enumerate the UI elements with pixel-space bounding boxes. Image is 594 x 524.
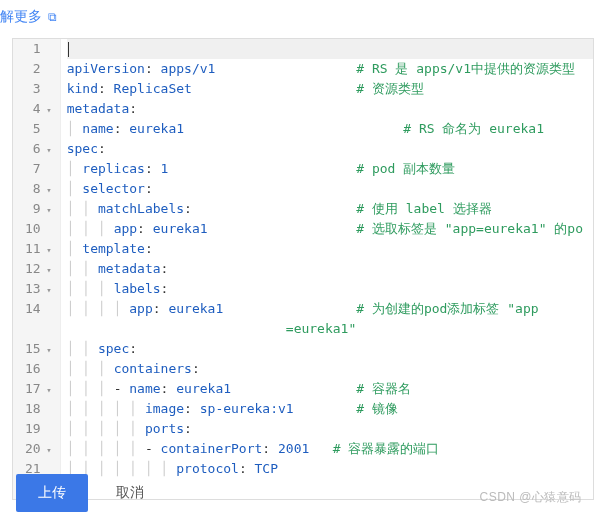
- line-number: 11▾: [25, 239, 52, 259]
- line-number: 4▾: [25, 99, 52, 119]
- code-line[interactable]: apiVersion: apps/v1 # RS 是 apps/v1中提供的资源…: [67, 59, 593, 79]
- line-number: 8▾: [25, 179, 52, 199]
- line-number: 19: [25, 419, 52, 439]
- code-line[interactable]: │ │ │ │ app: eureka1 # 为创建的pod添加标签 "app: [67, 299, 593, 319]
- code-line[interactable]: =eureka1": [67, 319, 593, 339]
- code-line[interactable]: │ │ metadata:: [67, 259, 593, 279]
- code-line[interactable]: │ │ │ containers:: [67, 359, 593, 379]
- upload-button[interactable]: 上传: [16, 474, 88, 512]
- code-line[interactable]: │ │ │ │ │ - containerPort: 2001 # 容器暴露的端…: [67, 439, 593, 459]
- line-number: 14: [25, 299, 52, 319]
- code-line[interactable]: │ replicas: 1 # pod 副本数量: [67, 159, 593, 179]
- code-line[interactable]: │ │ │ │ │ ports:: [67, 419, 593, 439]
- code-line[interactable]: │ name: eureka1 # RS 命名为 eureka1: [67, 119, 593, 139]
- line-number: 13▾: [25, 279, 52, 299]
- line-number: 6▾: [25, 139, 52, 159]
- code-line[interactable]: │ │ │ │ │ image: sp-eureka:v1 # 镜像: [67, 399, 593, 419]
- code-editor[interactable]: 1 2 3 4▾5 6▾7 8▾9▾10 11▾12▾13▾14 15▾16 1…: [12, 38, 594, 500]
- code-line[interactable]: │ │ │ labels:: [67, 279, 593, 299]
- line-number: 9▾: [25, 199, 52, 219]
- external-link-icon: ⧉: [48, 10, 57, 24]
- line-number: 20▾: [25, 439, 52, 459]
- line-number: 16: [25, 359, 52, 379]
- line-number: 10: [25, 219, 52, 239]
- code-line[interactable]: │ │ │ app: eureka1 # 选取标签是 "app=eureka1"…: [67, 219, 593, 239]
- code-line[interactable]: │ │ spec:: [67, 339, 593, 359]
- code-line[interactable]: kind: ReplicaSet # 资源类型: [67, 79, 593, 99]
- code-body[interactable]: apiVersion: apps/v1 # RS 是 apps/v1中提供的资源…: [61, 39, 593, 499]
- learn-more-text: 解更多: [0, 8, 42, 24]
- learn-more-link[interactable]: 解更多 ⧉: [0, 0, 594, 38]
- code-line[interactable]: │ template:: [67, 239, 593, 259]
- cancel-button[interactable]: 取消: [116, 484, 144, 502]
- line-number: 5: [25, 119, 52, 139]
- line-number: [25, 319, 52, 339]
- code-line[interactable]: spec:: [67, 139, 593, 159]
- watermark: CSDN @心猿意码: [479, 489, 582, 506]
- line-number: 1: [25, 39, 52, 59]
- line-number: 3: [25, 79, 52, 99]
- code-line[interactable]: │ │ matchLabels: # 使用 label 选择器: [67, 199, 593, 219]
- code-line[interactable]: │ selector:: [67, 179, 593, 199]
- line-number: 15▾: [25, 339, 52, 359]
- code-line[interactable]: │ │ │ - name: eureka1 # 容器名: [67, 379, 593, 399]
- line-number: 18: [25, 399, 52, 419]
- line-number: 7: [25, 159, 52, 179]
- code-line[interactable]: [67, 39, 593, 59]
- code-line[interactable]: metadata:: [67, 99, 593, 119]
- line-number: 12▾: [25, 259, 52, 279]
- line-number: 17▾: [25, 379, 52, 399]
- line-number: 2: [25, 59, 52, 79]
- line-gutter: 1 2 3 4▾5 6▾7 8▾9▾10 11▾12▾13▾14 15▾16 1…: [13, 39, 61, 499]
